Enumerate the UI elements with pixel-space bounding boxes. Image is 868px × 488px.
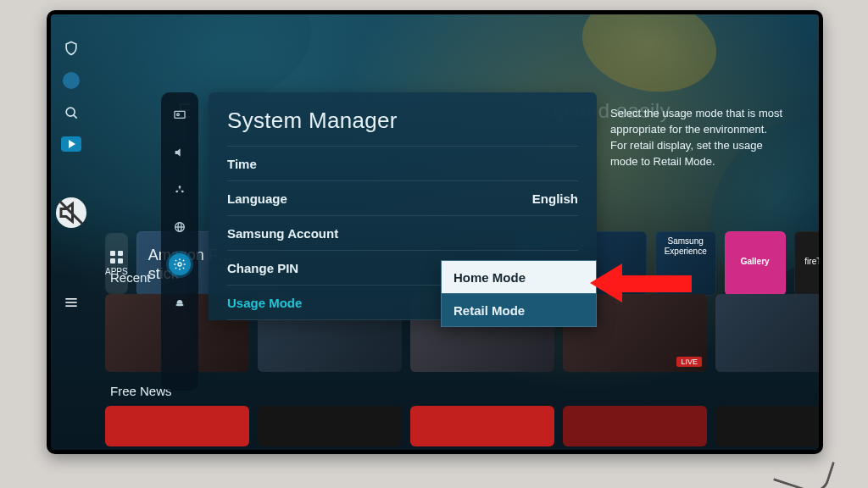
dropdown-option-retail-mode[interactable]: Retail Mode xyxy=(442,293,596,326)
sound-icon[interactable] xyxy=(169,141,191,164)
news-thumb[interactable] xyxy=(563,406,707,446)
recent-thumb[interactable]: LIVE xyxy=(715,294,819,372)
svg-point-8 xyxy=(177,114,180,116)
broadcast-icon[interactable] xyxy=(169,179,191,201)
svg-marker-2 xyxy=(69,140,75,148)
apps-grid-icon xyxy=(110,251,123,263)
tv-screen: E kly and easily xyxy=(51,14,819,450)
dropdown-option-label: Home Mode xyxy=(453,270,526,285)
row-value: English xyxy=(532,191,578,206)
play-app-icon[interactable] xyxy=(61,136,81,152)
news-thumb[interactable] xyxy=(715,406,819,446)
system-sidebar xyxy=(56,40,86,311)
row-label: Time xyxy=(227,157,257,171)
dropdown-option-home-mode[interactable]: Home Mode xyxy=(442,261,596,293)
support-icon[interactable] xyxy=(169,291,191,313)
apps-button[interactable]: APPS xyxy=(105,233,128,294)
mute-icon[interactable] xyxy=(56,197,86,228)
svg-point-16 xyxy=(175,304,183,307)
svg-line-1 xyxy=(74,115,77,119)
app-tile-samsung[interactable]: Samsung Experience xyxy=(655,231,716,296)
menu-icon[interactable] xyxy=(63,294,80,311)
wallpaper-decor xyxy=(573,14,725,103)
app-tile-gallery[interactable]: Gallery xyxy=(725,231,786,296)
settings-category-sidebar xyxy=(161,92,198,391)
panel-title: System Manager xyxy=(227,108,578,134)
app-tile-firetv[interactable]: fireTVstick xyxy=(794,231,819,296)
picture-icon[interactable] xyxy=(169,104,191,126)
help-text: Select the usage mode that is most appro… xyxy=(610,106,783,169)
news-thumb[interactable] xyxy=(410,406,554,446)
live-badge: LIVE xyxy=(676,357,702,367)
privacy-shield-icon[interactable] xyxy=(63,40,80,57)
tv-frame: E kly and easily xyxy=(47,10,823,454)
news-row xyxy=(105,406,810,446)
notification-dot-icon[interactable] xyxy=(63,72,80,89)
news-thumb[interactable] xyxy=(105,406,249,446)
tv-cable-decor xyxy=(773,446,835,488)
row-label: Change PIN xyxy=(227,261,298,275)
row-samsung-account[interactable]: Samsung Account xyxy=(227,215,578,250)
row-label: Samsung Account xyxy=(227,226,338,241)
svg-point-0 xyxy=(66,108,75,116)
search-icon[interactable] xyxy=(63,104,80,121)
dropdown-option-label: Retail Mode xyxy=(453,303,525,318)
row-language[interactable]: Language English xyxy=(227,180,578,215)
usage-mode-dropdown: Home Mode Retail Mode xyxy=(441,260,597,327)
recent-row-title: Recent xyxy=(110,270,151,285)
row-label: Language xyxy=(227,191,287,206)
svg-point-9 xyxy=(179,186,181,188)
row-label: Usage Mode xyxy=(227,296,302,310)
svg-point-15 xyxy=(178,263,181,266)
network-icon[interactable] xyxy=(169,216,191,238)
row-time[interactable]: Time xyxy=(227,146,578,180)
system-icon[interactable] xyxy=(169,253,191,275)
news-thumb[interactable] xyxy=(258,406,402,446)
